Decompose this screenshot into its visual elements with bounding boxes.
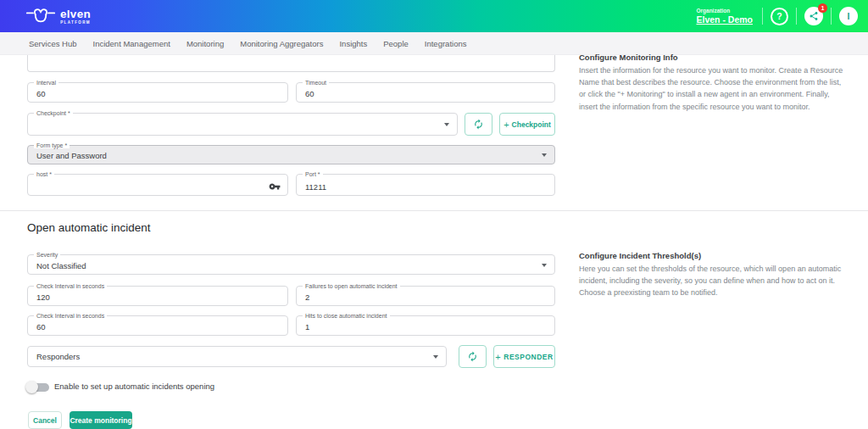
nav-item-insights[interactable]: Insights	[339, 39, 367, 48]
help-button[interactable]: ?	[771, 8, 788, 25]
brand-name: elven	[60, 8, 91, 20]
check-interval-close-label: Check Interval in seconds	[34, 313, 107, 319]
add-checkpoint-label: Checkpoint	[512, 120, 551, 129]
chevron-down-icon	[444, 123, 449, 126]
form-type-label: Form type *	[34, 142, 70, 148]
organization-label: Organization	[696, 8, 753, 14]
severity-label: Severity	[34, 252, 60, 258]
help-monitoring-body: Insert the information for the resource …	[579, 64, 845, 113]
add-checkpoint-button[interactable]: + Checkpoint	[499, 113, 555, 136]
tulip-logo-icon	[25, 7, 56, 25]
severity-select[interactable]: Severity Not Classified	[27, 254, 555, 275]
nav-item-people[interactable]: People	[383, 39, 409, 48]
timeout-label: Timeout	[303, 80, 329, 86]
avatar-initial: I	[848, 11, 850, 21]
notification-badge: 1	[818, 3, 827, 13]
checkpoint-select[interactable]: Checkpoint *	[27, 113, 458, 136]
form-type-value: User and Password	[36, 151, 107, 160]
nav-item-monitoring-aggregators[interactable]: Monitoring Aggregators	[240, 39, 323, 48]
incident-section-title: Open automatic incident	[27, 221, 151, 234]
refresh-icon	[467, 351, 478, 362]
brand-subtitle: PLATFORM	[60, 20, 91, 25]
check-interval-close-value: 60	[36, 322, 46, 332]
cancel-label: Cancel	[33, 416, 57, 425]
port-label: Port *	[303, 171, 323, 177]
create-monitoring-button[interactable]: Create monitoring	[70, 411, 132, 429]
refresh-responders-button[interactable]	[459, 345, 487, 368]
create-monitoring-label: Create monitoring	[70, 416, 131, 425]
port-field[interactable]: Port * 11211	[296, 174, 555, 196]
interval-label: Interval	[34, 80, 58, 86]
chevron-down-icon	[542, 153, 547, 157]
user-avatar[interactable]: I	[839, 7, 858, 25]
share-network-icon	[809, 11, 819, 21]
failures-open-label: Failures to open automatic incident	[303, 283, 400, 289]
refresh-icon	[473, 119, 484, 130]
interval-value: 60	[36, 89, 46, 98]
key-icon	[269, 181, 281, 192]
failures-open-field[interactable]: Failures to open automatic incident 2	[296, 286, 555, 306]
help-threshold-title: Configure Incident Threshold(s)	[579, 251, 850, 260]
organization-value: Elven - Demo	[696, 14, 753, 25]
main-nav: Services Hub Incident Management Monitor…	[0, 32, 868, 55]
timeout-field[interactable]: Timeout 60	[296, 82, 555, 103]
nav-item-incident-management[interactable]: Incident Management	[93, 39, 170, 48]
check-interval-open-value: 120	[36, 292, 50, 302]
hits-close-value: 1	[305, 322, 309, 332]
chevron-down-icon	[433, 355, 438, 359]
section-divider	[0, 210, 868, 211]
help-threshold-body: Here you can set the thresholds of the r…	[579, 263, 845, 299]
toggle-label: Enable to set up automatic incidents ope…	[54, 382, 214, 391]
responders-select[interactable]: Responders	[27, 346, 447, 367]
port-value: 11211	[305, 182, 326, 192]
hits-close-field[interactable]: Hits to close automatic incident 1	[296, 315, 555, 336]
chevron-down-icon	[542, 264, 547, 267]
checkpoint-label: Checkpoint *	[34, 110, 73, 116]
accounts-button[interactable]: 1	[804, 7, 823, 25]
add-responder-label: RESPONDER	[504, 353, 553, 361]
nav-item-monitoring[interactable]: Monitoring	[186, 39, 224, 48]
header-divider	[796, 8, 797, 25]
question-mark-icon: ?	[776, 11, 782, 21]
organization-switcher[interactable]: Organization Elven - Demo	[696, 8, 753, 25]
check-interval-open-field[interactable]: Check Interval in seconds 120	[27, 286, 288, 306]
brand-logo: elven PLATFORM	[25, 7, 91, 25]
host-label: host *	[34, 171, 54, 177]
clipped-field[interactable]	[27, 55, 555, 72]
toggle-knob[interactable]	[25, 381, 38, 393]
help-monitoring-title: Configure Monitoring Info	[579, 53, 850, 62]
severity-value: Not Classified	[36, 261, 86, 270]
check-interval-close-field[interactable]: Check Interval in seconds 60	[27, 315, 288, 336]
header-divider	[762, 8, 763, 25]
responders-value: Responders	[36, 352, 80, 361]
host-field[interactable]: host *	[27, 174, 288, 196]
header-divider	[831, 8, 832, 25]
add-responder-button[interactable]: + RESPONDER	[493, 345, 555, 368]
form-type-select[interactable]: Form type * User and Password	[27, 145, 555, 164]
hits-close-label: Hits to close automatic incident	[303, 313, 390, 319]
timeout-value: 60	[305, 89, 314, 98]
failures-open-value: 2	[305, 292, 309, 302]
cancel-button[interactable]: Cancel	[28, 411, 62, 429]
nav-item-services-hub[interactable]: Services Hub	[29, 39, 77, 48]
check-interval-open-label: Check Interval in seconds	[34, 283, 107, 289]
nav-item-integrations[interactable]: Integrations	[425, 39, 467, 48]
refresh-checkpoint-button[interactable]	[465, 113, 492, 136]
interval-field[interactable]: Interval 60	[27, 82, 288, 103]
app-header: elven PLATFORM Organization Elven - Demo…	[0, 0, 868, 32]
